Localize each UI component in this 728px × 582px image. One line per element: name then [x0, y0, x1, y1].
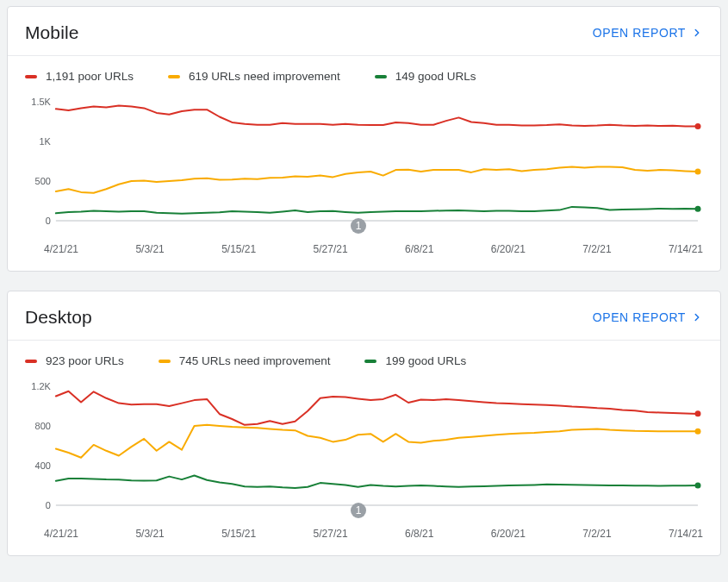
xaxis-tick: 6/8/21	[405, 528, 433, 540]
open-report-desktop-button[interactable]: OPEN REPORT	[593, 310, 703, 324]
legend-item-poor: 923 poor URLs	[25, 354, 124, 367]
swatch-poor-icon	[25, 75, 37, 78]
xaxis-tick: 5/27/21	[314, 528, 348, 540]
card-mobile: Mobile OPEN REPORT 1,191 poor URLs 619 U…	[7, 6, 721, 272]
xaxis-tick: 4/21/21	[44, 243, 78, 255]
legend-item-needs-improvement: 619 URLs need improvement	[168, 70, 340, 83]
open-report-label: OPEN REPORT	[593, 310, 686, 324]
chart-wrap-mobile: 05001K1.5K 1	[8, 90, 720, 236]
line-chart-mobile: 05001K1.5K	[25, 95, 703, 233]
chart-wrap-desktop: 04008001.2K 1	[8, 374, 720, 521]
legend-label-good: 199 good URLs	[385, 354, 466, 367]
xaxis-tick: 7/14/21	[669, 243, 703, 255]
card-header-desktop: Desktop OPEN REPORT	[8, 291, 720, 340]
legend-mobile: 1,191 poor URLs 619 URLs need improvemen…	[8, 56, 720, 90]
svg-text:400: 400	[35, 460, 51, 471]
swatch-needs-improvement-icon	[159, 360, 171, 363]
legend-label-needs-improvement: 745 URLs need improvement	[179, 354, 331, 367]
svg-point-7	[695, 206, 701, 212]
line-chart-desktop: 04008001.2K	[25, 379, 703, 517]
chevron-right-icon	[691, 311, 703, 323]
xaxis-tick: 5/15/21	[221, 243, 256, 255]
xaxis-tick: 6/20/21	[491, 528, 526, 540]
svg-point-13	[695, 410, 701, 416]
svg-text:1K: 1K	[39, 136, 51, 147]
legend-label-needs-improvement: 619 URLs need improvement	[189, 70, 340, 83]
svg-text:1.5K: 1.5K	[31, 97, 51, 107]
legend-item-poor: 1,191 poor URLs	[25, 70, 134, 83]
xaxis-tick: 5/27/21	[314, 243, 348, 255]
card-desktop: Desktop OPEN REPORT 923 poor URLs 745 UR…	[7, 291, 721, 556]
legend-label-good: 149 good URLs	[395, 70, 476, 83]
svg-text:1.2K: 1.2K	[31, 381, 51, 391]
xaxis-tick: 5/3/21	[135, 243, 164, 255]
legend-item-needs-improvement: 745 URLs need improvement	[159, 354, 331, 367]
legend-label-poor: 923 poor URLs	[46, 354, 124, 367]
legend-item-good: 149 good URLs	[375, 70, 476, 83]
svg-text:500: 500	[35, 176, 51, 186]
xaxis-tick: 7/14/21	[669, 528, 703, 540]
svg-text:0: 0	[46, 500, 51, 510]
svg-point-14	[695, 429, 701, 435]
svg-point-5	[695, 123, 701, 129]
open-report-mobile-button[interactable]: OPEN REPORT	[593, 26, 703, 40]
xaxis-desktop: 4/21/215/3/215/15/215/27/216/8/216/20/21…	[8, 521, 720, 555]
card-header-mobile: Mobile OPEN REPORT	[8, 7, 720, 55]
svg-point-15	[695, 483, 701, 489]
xaxis-tick: 5/15/21	[221, 528, 256, 540]
svg-text:0: 0	[46, 216, 51, 226]
xaxis-tick: 7/2/21	[582, 243, 611, 255]
swatch-good-icon	[364, 360, 376, 363]
open-report-label: OPEN REPORT	[593, 26, 686, 40]
xaxis-tick: 4/21/21	[44, 528, 78, 540]
legend-label-poor: 1,191 poor URLs	[46, 70, 134, 83]
xaxis-tick: 6/20/21	[491, 243, 526, 255]
card-title-desktop: Desktop	[25, 307, 92, 328]
swatch-poor-icon	[25, 360, 37, 363]
card-title-mobile: Mobile	[25, 22, 78, 43]
svg-point-6	[695, 169, 701, 175]
chevron-right-icon	[691, 27, 703, 39]
xaxis-tick: 7/2/21	[582, 528, 611, 540]
svg-text:800: 800	[35, 421, 51, 431]
xaxis-tick: 5/3/21	[135, 528, 164, 540]
xaxis-mobile: 4/21/215/3/215/15/215/27/216/8/216/20/21…	[8, 236, 720, 271]
xaxis-tick: 6/8/21	[405, 243, 433, 255]
core-web-vitals-report: Mobile OPEN REPORT 1,191 poor URLs 619 U…	[0, 0, 728, 556]
legend-item-good: 199 good URLs	[364, 354, 466, 367]
swatch-needs-improvement-icon	[168, 75, 180, 78]
swatch-good-icon	[375, 75, 387, 78]
legend-desktop: 923 poor URLs 745 URLs need improvement …	[8, 341, 720, 374]
